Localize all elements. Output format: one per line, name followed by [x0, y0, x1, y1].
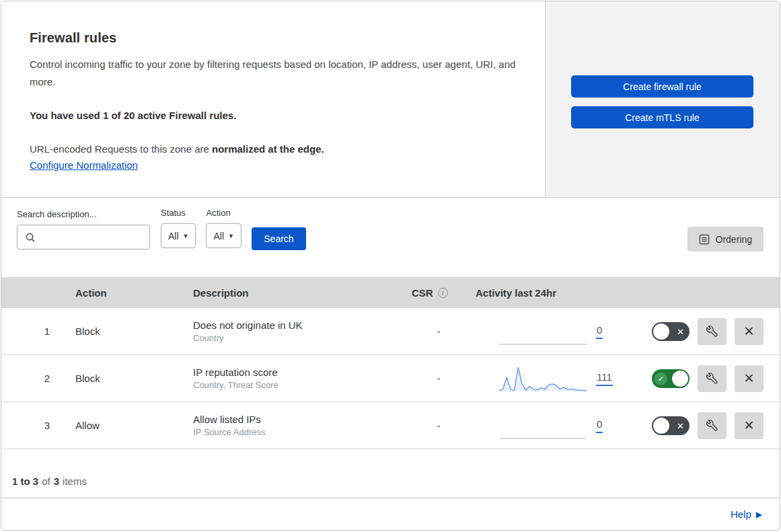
header-card: Firewall rules Control incoming traffic … — [1, 1, 780, 198]
toggle-off-icon: ✕ — [677, 421, 684, 430]
rule-priority: 2 — [1, 373, 62, 384]
activity-count-link[interactable]: 0 — [596, 324, 603, 339]
items-label: items — [63, 476, 87, 487]
close-icon: ✕ — [744, 371, 755, 386]
rule-action: Block — [62, 373, 180, 384]
action-label: Action — [206, 208, 241, 218]
delete-rule-button[interactable]: ✕ — [735, 318, 764, 345]
items-range: 1 to 3 — [12, 476, 38, 487]
activity-sparkline — [499, 317, 587, 346]
items-of-text: of — [42, 476, 50, 487]
table-row: 3 Allow Allow listed IPs IP Source Addre… — [1, 402, 780, 449]
help-link[interactable]: Help ▶ — [731, 508, 762, 520]
rule-fields: Country — [193, 333, 402, 343]
rule-action: Block — [62, 326, 180, 337]
activity-count-link[interactable]: 0 — [596, 418, 603, 433]
rule-fields: Country, Threat Score — [193, 380, 402, 390]
wrench-icon — [706, 326, 718, 337]
chevron-down-icon: ▼ — [183, 233, 189, 239]
configure-normalization-link[interactable]: Configure Normalization — [30, 159, 138, 171]
column-header-action: Action — [62, 287, 180, 299]
activity-sparkline — [499, 411, 587, 441]
table-header-row: Action Description CSR i Activity last 2… — [1, 277, 780, 308]
toggle-knob — [672, 371, 688, 387]
normalization-bold: normalized at the edge. — [212, 143, 324, 155]
info-icon[interactable]: i — [438, 288, 448, 298]
toggle-knob — [653, 324, 669, 340]
firewall-rules-page: Firewall rules Control incoming traffic … — [1, 1, 780, 531]
rule-activity-cell: 0 — [476, 411, 652, 441]
usage-summary: You have used 1 of 20 active Firewall ru… — [30, 110, 518, 121]
rule-description: IP reputation score — [193, 367, 402, 378]
create-mtls-rule-button[interactable]: Create mTLS rule — [571, 106, 753, 128]
rule-controls: ✕ ✓ ✕ — [652, 412, 780, 439]
toggle-knob — [653, 418, 669, 434]
rule-description: Does not originate in UK — [193, 319, 402, 331]
activity-sparkline — [499, 364, 587, 393]
csr-header-label: CSR — [412, 287, 433, 299]
activity-count-link[interactable]: 111 — [596, 371, 613, 386]
search-filter-group: Search description... — [17, 209, 150, 250]
rule-activity-cell: 0 — [476, 317, 652, 346]
help-arrow-icon: ▶ — [756, 510, 762, 519]
column-header-activity: Activity last 24hr — [476, 287, 652, 299]
ordering-button-label: Ordering — [716, 234, 752, 245]
rule-controls: ✕ ✓ ✕ — [652, 318, 780, 345]
help-link-label: Help — [731, 508, 751, 520]
create-firewall-rule-button[interactable]: Create firewall rule — [571, 75, 753, 98]
action-dropdown-value: All — [213, 231, 224, 241]
items-total: 3 — [54, 476, 59, 487]
rule-enabled-toggle[interactable]: ✕ ✓ — [652, 322, 690, 341]
wrench-icon — [706, 373, 718, 384]
rule-description-cell: IP reputation score Country, Threat Scor… — [180, 367, 402, 390]
header-actions-panel: Create firewall rule Create mTLS rule — [546, 1, 780, 197]
chevron-down-icon: ▼ — [228, 233, 234, 239]
status-dropdown-value: All — [168, 231, 179, 241]
rule-priority: 1 — [1, 326, 62, 337]
status-filter-group: Status All ▼ — [161, 209, 196, 248]
toggle-off-icon: ✕ — [677, 327, 684, 336]
rule-csr: - — [402, 420, 476, 431]
delete-rule-button[interactable]: ✕ — [735, 412, 764, 439]
search-icon — [25, 232, 36, 243]
rule-description-cell: Allow listed IPs IP Source Address — [180, 414, 402, 437]
status-label: Status — [161, 208, 196, 218]
rule-enabled-toggle[interactable]: ✕ ✓ — [652, 369, 690, 388]
action-filter-group: Action All ▼ — [206, 209, 241, 248]
action-dropdown[interactable]: All ▼ — [206, 223, 241, 248]
status-dropdown[interactable]: All ▼ — [161, 223, 196, 248]
normalization-note: URL-encoded Requests to this zone are no… — [30, 141, 518, 158]
table-row: 2 Block IP reputation score Country, Thr… — [1, 355, 780, 402]
ordering-button[interactable]: Ordering — [687, 227, 764, 252]
rule-csr: - — [402, 373, 476, 384]
header-text-area: Firewall rules Control incoming traffic … — [1, 1, 546, 197]
close-icon: ✕ — [744, 324, 755, 339]
search-label: Search description... — [17, 209, 150, 219]
rules-table: Action Description CSR i Activity last 2… — [1, 277, 780, 449]
search-button[interactable]: Search — [252, 227, 306, 250]
close-icon: ✕ — [744, 418, 755, 433]
filter-toolbar: Search description... Status All ▼ Actio… — [1, 198, 780, 277]
table-row: 1 Block Does not originate in UK Country… — [1, 308, 780, 355]
search-input[interactable] — [40, 232, 144, 243]
edit-rule-button[interactable] — [698, 318, 727, 345]
page-title: Firewall rules — [30, 30, 518, 46]
rule-activity-cell: 111 — [476, 364, 652, 393]
pagination-summary: 1 to 3 of 3 items — [1, 449, 780, 498]
toggle-on-icon: ✓ — [655, 372, 667, 385]
edit-rule-button[interactable] — [698, 412, 727, 439]
search-box[interactable] — [17, 225, 150, 250]
delete-rule-button[interactable]: ✕ — [735, 365, 764, 392]
rule-priority: 3 — [1, 420, 62, 431]
help-footer: Help ▶ — [1, 498, 780, 530]
rule-action: Allow — [62, 420, 180, 431]
rule-csr: - — [402, 326, 476, 337]
list-icon — [699, 234, 710, 245]
normalization-prefix: URL-encoded Requests to this zone are — [30, 143, 212, 155]
edit-rule-button[interactable] — [698, 365, 727, 392]
column-header-description: Description — [180, 287, 402, 299]
rule-enabled-toggle[interactable]: ✕ ✓ — [652, 416, 690, 435]
page-description: Control incoming traffic to your zone by… — [30, 56, 518, 91]
wrench-icon — [706, 420, 718, 431]
rule-description: Allow listed IPs — [193, 414, 402, 425]
